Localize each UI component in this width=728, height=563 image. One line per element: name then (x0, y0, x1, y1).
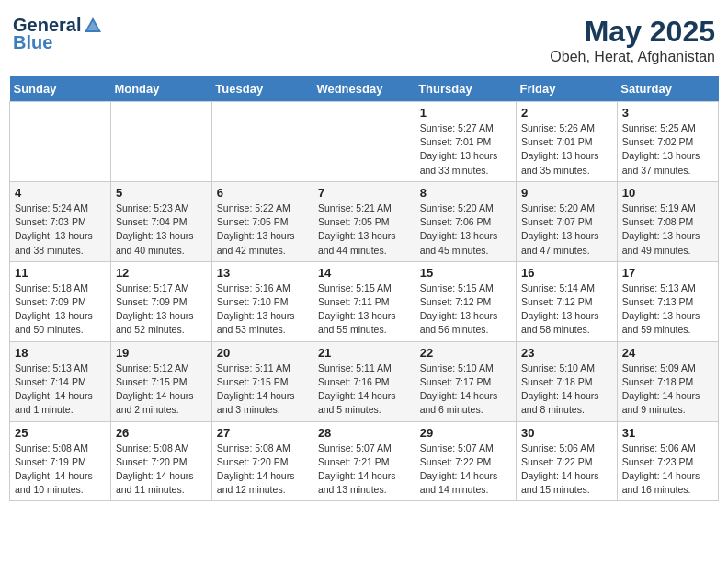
header: General Blue May 2025 Obeh, Herat, Afgha… (9, 9, 719, 71)
calendar-cell: 2Sunrise: 5:26 AM Sunset: 7:01 PM Daylig… (516, 102, 617, 182)
day-number: 15 (420, 266, 511, 280)
logo: General Blue (13, 15, 103, 53)
week-row-3: 11Sunrise: 5:18 AM Sunset: 7:09 PM Dayli… (10, 261, 719, 341)
day-number: 25 (15, 426, 106, 440)
day-info: Sunrise: 5:21 AM Sunset: 7:05 PM Dayligh… (318, 201, 410, 258)
calendar-cell: 5Sunrise: 5:23 AM Sunset: 7:04 PM Daylig… (110, 181, 211, 261)
calendar-cell: 30Sunrise: 5:06 AM Sunset: 7:22 PM Dayli… (516, 421, 617, 501)
day-number: 18 (15, 346, 106, 360)
day-number: 6 (217, 186, 308, 200)
calendar-subtitle: Obeh, Herat, Afghanistan (550, 49, 715, 65)
day-header-thursday: Thursday (415, 76, 516, 102)
calendar-cell: 8Sunrise: 5:20 AM Sunset: 7:06 PM Daylig… (415, 181, 516, 261)
day-info: Sunrise: 5:17 AM Sunset: 7:09 PM Dayligh… (116, 282, 207, 338)
calendar-cell: 16Sunrise: 5:14 AM Sunset: 7:12 PM Dayli… (516, 261, 617, 341)
day-info: Sunrise: 5:09 AM Sunset: 7:18 PM Dayligh… (622, 362, 713, 418)
calendar-table: SundayMondayTuesdayWednesdayThursdayFrid… (9, 76, 719, 501)
day-info: Sunrise: 5:06 AM Sunset: 7:22 PM Dayligh… (521, 442, 612, 498)
day-number: 29 (420, 426, 511, 440)
calendar-cell: 11Sunrise: 5:18 AM Sunset: 7:09 PM Dayli… (10, 261, 111, 341)
day-number: 13 (217, 266, 308, 280)
calendar-cell: 1Sunrise: 5:27 AM Sunset: 7:01 PM Daylig… (415, 102, 516, 182)
calendar-cell: 12Sunrise: 5:17 AM Sunset: 7:09 PM Dayli… (110, 261, 211, 341)
calendar-cell: 24Sunrise: 5:09 AM Sunset: 7:18 PM Dayli… (617, 341, 718, 421)
calendar-cell: 9Sunrise: 5:20 AM Sunset: 7:07 PM Daylig… (516, 181, 617, 261)
day-number: 14 (318, 266, 410, 280)
day-number: 1 (420, 106, 511, 120)
day-header-row: SundayMondayTuesdayWednesdayThursdayFrid… (10, 76, 719, 102)
day-info: Sunrise: 5:24 AM Sunset: 7:03 PM Dayligh… (15, 201, 106, 258)
week-row-1: 1Sunrise: 5:27 AM Sunset: 7:01 PM Daylig… (10, 102, 719, 182)
day-number: 26 (116, 426, 207, 440)
day-header-monday: Monday (110, 76, 211, 102)
calendar-cell: 22Sunrise: 5:10 AM Sunset: 7:17 PM Dayli… (415, 341, 516, 421)
calendar-cell: 23Sunrise: 5:10 AM Sunset: 7:18 PM Dayli… (516, 341, 617, 421)
week-row-2: 4Sunrise: 5:24 AM Sunset: 7:03 PM Daylig… (10, 181, 719, 261)
day-info: Sunrise: 5:18 AM Sunset: 7:09 PM Dayligh… (15, 282, 106, 338)
day-info: Sunrise: 5:12 AM Sunset: 7:15 PM Dayligh… (116, 362, 207, 418)
day-info: Sunrise: 5:15 AM Sunset: 7:11 PM Dayligh… (318, 282, 410, 338)
day-number: 20 (217, 346, 308, 360)
day-info: Sunrise: 5:23 AM Sunset: 7:04 PM Dayligh… (116, 201, 207, 258)
day-info: Sunrise: 5:08 AM Sunset: 7:19 PM Dayligh… (15, 442, 106, 498)
day-header-sunday: Sunday (10, 76, 111, 102)
day-info: Sunrise: 5:13 AM Sunset: 7:14 PM Dayligh… (15, 362, 106, 418)
day-info: Sunrise: 5:27 AM Sunset: 7:01 PM Dayligh… (420, 121, 511, 178)
day-number: 23 (521, 346, 612, 360)
calendar-cell: 19Sunrise: 5:12 AM Sunset: 7:15 PM Dayli… (110, 341, 211, 421)
calendar-cell: 29Sunrise: 5:07 AM Sunset: 7:22 PM Dayli… (415, 421, 516, 501)
calendar-cell: 6Sunrise: 5:22 AM Sunset: 7:05 PM Daylig… (211, 181, 313, 261)
calendar-cell: 18Sunrise: 5:13 AM Sunset: 7:14 PM Dayli… (10, 341, 111, 421)
day-header-saturday: Saturday (617, 76, 718, 102)
day-info: Sunrise: 5:08 AM Sunset: 7:20 PM Dayligh… (116, 442, 207, 498)
day-number: 16 (521, 266, 612, 280)
day-number: 31 (622, 426, 713, 440)
day-info: Sunrise: 5:06 AM Sunset: 7:23 PM Dayligh… (622, 442, 713, 498)
day-info: Sunrise: 5:11 AM Sunset: 7:16 PM Dayligh… (318, 362, 410, 418)
day-number: 17 (622, 266, 713, 280)
logo-blue: Blue (13, 32, 52, 53)
calendar-cell: 17Sunrise: 5:13 AM Sunset: 7:13 PM Dayli… (617, 261, 718, 341)
day-number: 24 (622, 346, 713, 360)
calendar-cell (211, 102, 313, 182)
calendar-cell: 14Sunrise: 5:15 AM Sunset: 7:11 PM Dayli… (313, 261, 415, 341)
calendar-cell: 31Sunrise: 5:06 AM Sunset: 7:23 PM Dayli… (617, 421, 718, 501)
day-info: Sunrise: 5:22 AM Sunset: 7:05 PM Dayligh… (217, 201, 308, 258)
day-number: 4 (15, 186, 106, 200)
day-number: 3 (622, 106, 713, 120)
day-info: Sunrise: 5:15 AM Sunset: 7:12 PM Dayligh… (420, 282, 511, 338)
day-info: Sunrise: 5:08 AM Sunset: 7:20 PM Dayligh… (217, 442, 308, 498)
calendar-cell: 21Sunrise: 5:11 AM Sunset: 7:16 PM Dayli… (313, 341, 415, 421)
day-info: Sunrise: 5:07 AM Sunset: 7:21 PM Dayligh… (318, 442, 410, 498)
day-info: Sunrise: 5:10 AM Sunset: 7:17 PM Dayligh… (420, 362, 511, 418)
calendar-cell: 15Sunrise: 5:15 AM Sunset: 7:12 PM Dayli… (415, 261, 516, 341)
day-number: 7 (318, 186, 410, 200)
calendar-cell: 4Sunrise: 5:24 AM Sunset: 7:03 PM Daylig… (10, 181, 111, 261)
calendar-cell (10, 102, 111, 182)
week-row-5: 25Sunrise: 5:08 AM Sunset: 7:19 PM Dayli… (10, 421, 719, 501)
day-info: Sunrise: 5:07 AM Sunset: 7:22 PM Dayligh… (420, 442, 511, 498)
day-header-friday: Friday (516, 76, 617, 102)
calendar-cell: 7Sunrise: 5:21 AM Sunset: 7:05 PM Daylig… (313, 181, 415, 261)
calendar-cell: 27Sunrise: 5:08 AM Sunset: 7:20 PM Dayli… (211, 421, 313, 501)
day-info: Sunrise: 5:26 AM Sunset: 7:01 PM Dayligh… (521, 121, 612, 178)
calendar-cell: 10Sunrise: 5:19 AM Sunset: 7:08 PM Dayli… (617, 181, 718, 261)
calendar-cell (313, 102, 415, 182)
day-header-tuesday: Tuesday (211, 76, 313, 102)
week-row-4: 18Sunrise: 5:13 AM Sunset: 7:14 PM Dayli… (10, 341, 719, 421)
day-info: Sunrise: 5:10 AM Sunset: 7:18 PM Dayligh… (521, 362, 612, 418)
title-block: May 2025 Obeh, Herat, Afghanistan (550, 15, 715, 65)
day-number: 5 (116, 186, 207, 200)
calendar-cell: 20Sunrise: 5:11 AM Sunset: 7:15 PM Dayli… (211, 341, 313, 421)
day-number: 28 (318, 426, 410, 440)
day-info: Sunrise: 5:13 AM Sunset: 7:13 PM Dayligh… (622, 282, 713, 338)
day-info: Sunrise: 5:19 AM Sunset: 7:08 PM Dayligh… (622, 201, 713, 258)
calendar-cell: 13Sunrise: 5:16 AM Sunset: 7:10 PM Dayli… (211, 261, 313, 341)
day-info: Sunrise: 5:16 AM Sunset: 7:10 PM Dayligh… (217, 282, 308, 338)
day-info: Sunrise: 5:20 AM Sunset: 7:06 PM Dayligh… (420, 201, 511, 258)
day-number: 21 (318, 346, 410, 360)
calendar-cell: 25Sunrise: 5:08 AM Sunset: 7:19 PM Dayli… (10, 421, 111, 501)
day-number: 11 (15, 266, 106, 280)
calendar-cell: 3Sunrise: 5:25 AM Sunset: 7:02 PM Daylig… (617, 102, 718, 182)
day-number: 19 (116, 346, 207, 360)
